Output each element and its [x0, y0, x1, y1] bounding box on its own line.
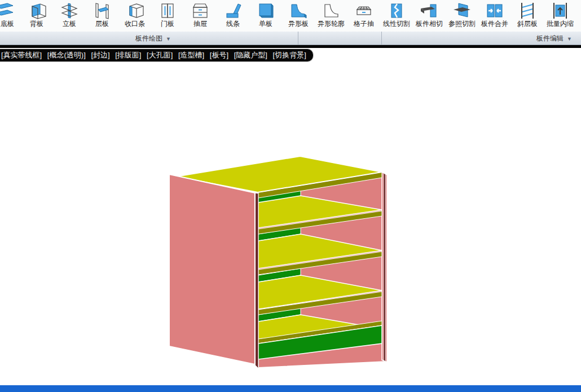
tool-label: 板件合并: [478, 20, 511, 28]
right-edge-banding[interactable]: [384, 173, 386, 362]
view-option-edge-banding[interactable]: [封边]: [91, 51, 109, 59]
view-option-switch-background[interactable]: [切换背景]: [273, 51, 306, 59]
linear-cut-icon: [387, 2, 406, 20]
left-side-panel[interactable]: [169, 174, 255, 364]
tool-label: 斜层板: [511, 20, 544, 28]
tool-label: 格子抽: [347, 20, 380, 28]
tool-panel-merge[interactable]: 板件合并: [478, 0, 511, 28]
tool-vertical-panel[interactable]: 立板: [53, 0, 86, 28]
shaped-outline-icon: [322, 2, 341, 20]
view-option-big-hole-face[interactable]: [大孔面]: [147, 51, 173, 59]
tool-label: 抽屉: [184, 20, 217, 28]
drawing-canvas[interactable]: [真实带线框] [概念(透明)] [封边] [排版面] [大孔面] [造型槽] …: [0, 48, 581, 385]
tool-label: 立板: [53, 20, 86, 28]
tool-moulding[interactable]: 线条: [217, 0, 249, 28]
group-divider: [298, 32, 298, 45]
tool-single-panel[interactable]: 单板: [249, 0, 282, 28]
tool-grid-drawer[interactable]: 格子抽: [347, 0, 380, 28]
panel-merge-icon: [485, 2, 504, 20]
tool-back-panel[interactable]: 背板: [20, 0, 53, 28]
door-panel-icon: [158, 2, 177, 20]
sloped-shelf-icon: [518, 2, 537, 20]
shaped-panel-icon: [289, 2, 308, 20]
panel-intersect-icon: [420, 2, 439, 20]
back-panel-icon: [27, 2, 46, 20]
filler-strip-icon: [125, 2, 144, 20]
tool-panel-intersect[interactable]: 板件相切: [413, 0, 446, 28]
tool-reference-cut[interactable]: 参照切割: [446, 0, 478, 28]
group-panel-drawing[interactable]: 板件绘图▼: [135, 34, 171, 43]
tool-label: 单板: [249, 20, 282, 28]
drawer-icon: [191, 2, 210, 20]
chevron-down-icon: ▼: [166, 36, 171, 42]
tool-label: 参照切割: [446, 20, 478, 28]
shelf-panel-icon: [93, 2, 112, 20]
view-options-bar: [真实带线框] [概念(透明)] [封边] [排版面] [大孔面] [造型槽] …: [0, 49, 314, 62]
tool-shaped-outline[interactable]: 异形轮廓: [315, 0, 347, 28]
tool-filler-strip[interactable]: 收口条: [118, 0, 151, 28]
ribbon-toolbar: 顶底板 背板 立板 层板 收口条: [0, 0, 581, 32]
view-option-concept-transparent[interactable]: [概念(透明)]: [47, 51, 86, 59]
top-bottom-panel-icon: [0, 2, 14, 20]
group-label: 板件绘图: [135, 34, 162, 42]
tool-batch-inset[interactable]: 批量内缩: [544, 0, 576, 28]
grid-drawer-icon: [354, 2, 373, 20]
tool-shelf-panel[interactable]: 层板: [86, 0, 118, 28]
tool-top-bottom-panel[interactable]: 顶底板: [0, 0, 20, 28]
tool-label: 异形轮廓: [315, 20, 347, 28]
batch-inset-icon: [551, 2, 570, 20]
tool-drawer[interactable]: 抽屉: [184, 0, 217, 28]
tool-label: 板件相切: [413, 20, 446, 28]
moulding-icon: [223, 2, 243, 20]
status-bar: [0, 385, 581, 392]
tool-door-panel[interactable]: 门板: [151, 0, 184, 28]
group-divider: [381, 32, 382, 45]
tool-label: 异形板: [282, 20, 315, 28]
vertical-panel-icon: [60, 2, 79, 20]
ribbon-group-bar: 板件绘图▼ 板件编辑▼: [0, 32, 581, 45]
view-option-hide-floorplan[interactable]: [隐藏户型]: [234, 51, 267, 59]
tool-label: 背板: [20, 20, 53, 28]
single-panel-icon: [256, 2, 275, 20]
tool-label: 收口条: [118, 20, 151, 28]
tool-sloped-shelf[interactable]: 斜层板: [511, 0, 544, 28]
tool-shaped-panel[interactable]: 异形板: [282, 0, 315, 28]
view-option-panel-number[interactable]: [板号]: [210, 51, 228, 59]
group-panel-editing[interactable]: 板件编辑▼: [536, 34, 572, 43]
view-option-groove[interactable]: [造型槽]: [178, 51, 204, 59]
group-label: 板件编辑: [536, 34, 564, 42]
view-option-realistic-wireframe[interactable]: [真实带线框]: [1, 51, 42, 59]
tool-label: 顶底板: [0, 20, 20, 28]
tool-label: 门板: [151, 20, 184, 28]
tool-label: 层板: [86, 20, 118, 28]
tool-label: 线性切割: [380, 20, 413, 28]
chevron-down-icon: ▼: [567, 36, 572, 42]
cabinet-3d-model: [0, 48, 581, 385]
tool-linear-cut[interactable]: 线性切割: [380, 0, 413, 28]
tool-label: 线条: [217, 20, 249, 28]
view-option-layout-face[interactable]: [排版面]: [115, 51, 141, 59]
reference-cut-icon: [452, 2, 472, 20]
tool-label: 批量内缩: [544, 20, 576, 28]
